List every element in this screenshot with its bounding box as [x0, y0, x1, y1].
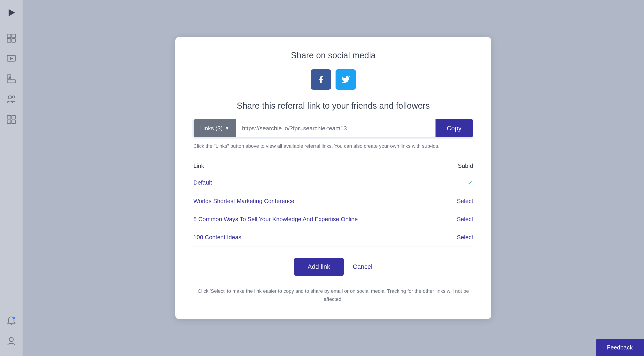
- table-cell-link: Default: [194, 173, 448, 192]
- twitter-icon: [341, 75, 350, 84]
- sidebar-nav: [5, 32, 17, 126]
- select-link-button-1[interactable]: Select: [457, 198, 473, 205]
- svg-point-19: [9, 337, 13, 341]
- feedback-button[interactable]: Feedback: [596, 339, 644, 356]
- table-cell-link: 100 Content Ideas: [194, 228, 448, 246]
- link-item-1[interactable]: Worlds Shortest Marketing Conference: [194, 198, 294, 205]
- link-item-3[interactable]: 100 Content Ideas: [194, 234, 242, 241]
- sidebar-item-feed[interactable]: [5, 32, 17, 44]
- table-row: 100 Content IdeasSelect: [194, 228, 473, 246]
- share-social-title: Share on social media: [194, 51, 473, 60]
- sidebar-bottom: [5, 314, 17, 347]
- table-row: Default✓: [194, 173, 473, 192]
- sidebar-item-profile[interactable]: [5, 335, 17, 347]
- table-cell-link: Worlds Shortest Marketing Conference: [194, 192, 448, 210]
- links-dropdown-button[interactable]: Links (3) ▼: [194, 119, 236, 137]
- svg-rect-2: [8, 9, 9, 16]
- table-row: Worlds Shortest Marketing ConferenceSele…: [194, 192, 473, 210]
- svg-rect-5: [7, 39, 11, 42]
- svg-point-13: [12, 96, 15, 98]
- app-logo[interactable]: [6, 7, 17, 19]
- social-buttons-row: [194, 69, 473, 90]
- referral-url-input[interactable]: [236, 119, 436, 137]
- twitter-share-button[interactable]: [336, 69, 356, 90]
- link-item-2[interactable]: 8 Common Ways To Sell Your Knowledge And…: [194, 216, 358, 223]
- svg-rect-16: [7, 120, 11, 124]
- referral-link-title: Share this referral link to your friends…: [194, 101, 473, 111]
- table-cell-action: ✓: [448, 173, 473, 192]
- sidebar-item-hub[interactable]: [5, 73, 17, 85]
- links-dropdown-label: Links (3): [200, 125, 223, 132]
- table-col-subid: SubId: [448, 159, 473, 173]
- sidebar-item-apps[interactable]: [5, 113, 17, 126]
- selected-check-icon: ✓: [468, 179, 473, 186]
- action-buttons-row: Add link Cancel: [194, 258, 473, 276]
- svg-rect-15: [12, 115, 15, 119]
- modal-card: Share on social media Share this referra…: [175, 37, 491, 319]
- table-cell-action: Select: [448, 192, 473, 210]
- table-col-link: Link: [194, 159, 448, 173]
- svg-rect-3: [7, 34, 11, 38]
- svg-rect-4: [12, 34, 15, 38]
- links-hint-text: Click the "Links" button above to view a…: [194, 142, 473, 150]
- svg-rect-17: [12, 120, 15, 124]
- links-row-container: Links (3) ▼ Copy: [194, 119, 473, 138]
- bottom-hint-text: Click 'Select' to make the link easier t…: [194, 287, 473, 303]
- select-link-button-3[interactable]: Select: [457, 234, 473, 241]
- table-row: 8 Common Ways To Sell Your Knowledge And…: [194, 210, 473, 228]
- facebook-icon: [316, 75, 326, 84]
- main-content: Share on social media Share this referra…: [22, 0, 644, 356]
- add-link-button[interactable]: Add link: [294, 258, 344, 276]
- facebook-share-button[interactable]: [311, 69, 331, 90]
- cancel-button[interactable]: Cancel: [353, 263, 372, 270]
- table-cell-link: 8 Common Ways To Sell Your Knowledge And…: [194, 210, 448, 228]
- sidebar: [0, 0, 22, 356]
- sidebar-item-notifications[interactable]: [5, 314, 17, 327]
- sidebar-item-people[interactable]: [5, 93, 17, 105]
- copy-button[interactable]: Copy: [436, 119, 473, 137]
- links-table: Link SubId Default✓Worlds Shortest Marke…: [194, 159, 473, 246]
- link-item-0[interactable]: Default: [194, 179, 212, 186]
- svg-rect-11: [7, 80, 15, 83]
- svg-rect-14: [7, 115, 11, 119]
- sidebar-item-player[interactable]: [5, 52, 17, 65]
- table-cell-action: Select: [448, 210, 473, 228]
- table-cell-action: Select: [448, 228, 473, 246]
- select-link-button-2[interactable]: Select: [457, 216, 473, 223]
- svg-point-12: [8, 96, 12, 99]
- svg-point-18: [13, 317, 15, 319]
- chevron-down-icon: ▼: [225, 126, 230, 131]
- svg-marker-8: [10, 57, 13, 60]
- svg-rect-6: [12, 39, 15, 42]
